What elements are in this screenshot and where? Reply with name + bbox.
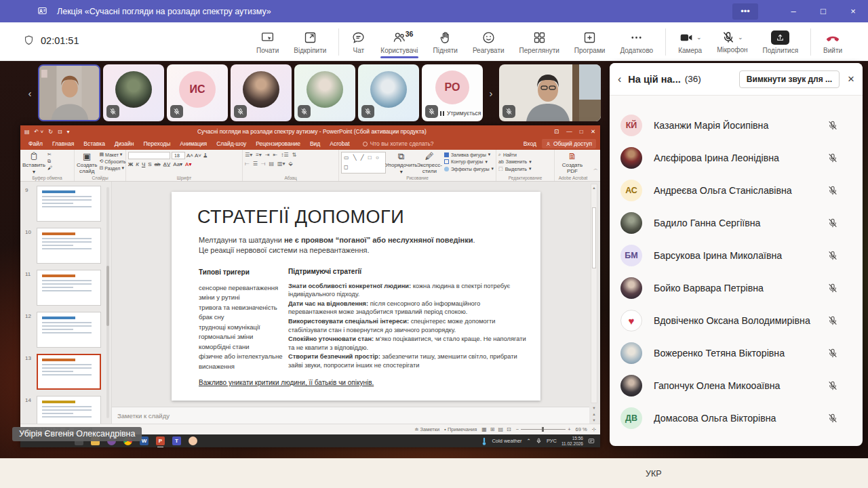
participant-mic-off-icon[interactable] [827,283,838,293]
person-app-icon[interactable] [189,436,197,445]
presenter-clock[interactable]: 15:5611.02.2026 [561,436,583,447]
layout-button[interactable]: ▤ Макет ▾ [99,152,125,157]
participant-mic-off-icon[interactable] [827,380,838,391]
strike-icon[interactable]: ab [155,161,161,167]
italic-icon[interactable]: К [136,161,139,167]
slideshow-icon[interactable]: ⊡ [58,129,62,135]
quick-styles-button[interactable]: 🖉︎Экспресс-стили [417,152,442,174]
participant-row[interactable]: Алєфірова Ірина Леонідівна [610,142,863,174]
arrange-button[interactable]: ⧉Упорядочить▾ [388,152,415,175]
slide-canvas[interactable]: СТРАТЕГІЇ ДОПОМОГИ Мелтдауни та шатдауни… [172,192,540,401]
video-tile-participant[interactable] [103,64,164,121]
participant-mic-off-icon[interactable] [827,218,838,228]
format-painter-icon[interactable]: 🖌︎ [47,165,52,170]
video-tile-participant[interactable] [294,64,355,121]
people-button[interactable]: 36 Користувачі [376,29,422,56]
participant-row[interactable]: Бойко Варвара Петрівна [610,272,863,304]
ppt-ribbon-tab[interactable]: Главная [47,138,79,150]
video-tile-participant[interactable]: ИС [167,64,228,121]
participant-row[interactable]: Вожеренко Тетяна Вікторівна [610,337,863,369]
back-icon[interactable]: ‹ [618,73,621,85]
slide-thumbnail[interactable]: 10 [20,228,111,264]
paste-button[interactable]: 📋︎Вставить▾ [22,152,45,175]
ppt-ribbon-tab[interactable]: Acrobat [325,138,354,150]
shape-outline-button[interactable]: Контур фигуры ▾ [444,159,494,165]
video-tile-speaker[interactable] [38,64,100,121]
copy-icon[interactable]: ⧉ [47,159,52,164]
find-button[interactable]: ⌕ Найти [498,152,532,157]
font-name-select[interactable] [128,152,170,159]
ppt-ribbon-tab[interactable]: Вставка [79,138,110,150]
outdent-icon[interactable]: ⇤ [273,152,278,158]
save-icon[interactable]: ▤ [24,129,30,135]
shape-fill-button[interactable]: Заливка фигуры ▾ [444,152,494,157]
next-slide-icon[interactable]: ▼ [592,418,595,422]
react-button[interactable]: Реагувати [469,29,509,56]
minimize-icon[interactable]: – [778,0,808,22]
powerpoint-icon[interactable]: P [156,436,165,445]
participant-mic-off-icon[interactable] [827,250,838,261]
indent-icon[interactable]: ⇥ [265,152,270,158]
bullets-icon[interactable]: ☰▾ [245,152,252,158]
font-color-icon[interactable]: А▾ [185,161,191,167]
font-size-select[interactable]: 18 [172,152,185,159]
clear-format-icon[interactable]: 🧹︎ [203,152,208,159]
camera-chevron-icon[interactable]: ⌄ [696,34,702,41]
view-button[interactable]: Переглянути [515,29,564,56]
editor-scrollbar[interactable]: ▲ [591,184,597,403]
justify-icon[interactable]: ▤ [269,161,274,167]
filmstrip-prev-icon[interactable]: ‹ [24,87,35,99]
grow-font-icon[interactable]: А˄ [186,152,193,159]
camera-button[interactable]: ⌄ Камера [674,29,706,56]
shrink-font-icon[interactable]: А˅ [195,152,201,159]
ppt-restore-icon[interactable]: □ [580,128,583,135]
undo-icon[interactable]: ↶ ˅ [35,129,44,135]
scroll-up-icon[interactable]: ▲ [592,186,595,190]
unpin-button[interactable]: Відкріпити [290,29,330,56]
quick-access-toolbar[interactable]: ▤ ↶ ˅ ↻ ⊡ ▾ [24,129,70,135]
notification-icon[interactable] [588,438,595,445]
section-button[interactable]: ⊟ Раздел ▾ [99,165,125,171]
teams-small-icon[interactable]: T [172,436,181,445]
cut-icon[interactable]: ✂ [47,152,52,157]
apps-button[interactable]: Програми [570,29,610,56]
collapse-ribbon-icon[interactable]: ︿ [593,165,598,172]
ppt-ribbon-tab[interactable]: Файл [24,138,47,150]
notes-toggle[interactable]: ≐ Заметки [414,426,439,432]
more-button[interactable]: Додатково [616,29,657,56]
participant-row[interactable]: Гапончук Олена Микооаївна [610,369,863,402]
numbering-icon[interactable]: ≡▾ [256,152,262,158]
video-tile-camera-on[interactable] [499,64,601,121]
ppt-ribbon-tab[interactable]: Вид [305,138,325,150]
participant-mic-off-icon[interactable] [827,185,838,196]
ppt-ribbon-tab[interactable]: Анимация [175,138,212,150]
align-right-icon[interactable]: ⟞ [261,161,266,167]
start-share-button[interactable]: Почати [252,29,283,56]
tray-expand-icon[interactable]: ⌃ [527,438,531,444]
tray-mic-icon[interactable] [536,438,542,444]
mute-all-button[interactable]: Вимкнути звук для ... [739,70,840,88]
replace-button[interactable]: ab Заменить ▾ [498,159,532,165]
customize-qat-icon[interactable]: ▾ [67,129,70,135]
language-indicator[interactable]: УКР [646,459,662,488]
signin-link[interactable]: Вход [524,140,536,147]
participant-row[interactable]: ♥ Вдовіченко Оксана Володимирівна [610,304,863,337]
slide-thumbnail[interactable]: 13 [20,354,111,390]
line-spacing-icon[interactable]: ↕☰ [281,152,288,158]
ppt-share-button[interactable]: Общий доступ [542,139,596,148]
ppt-ribbon-tab[interactable]: Дизайн [110,138,139,150]
shapes-gallery[interactable]: ▭ ╲ ╱ □ ○ ◻△ ▽ ◇ ⬠ ☆ ⌣ [341,152,386,174]
video-tile-onhold[interactable]: РО Утримується [422,64,483,121]
comments-toggle[interactable]: ▪ Примечания [444,426,477,432]
reset-button[interactable]: ⟲ Сбросить [99,159,125,164]
ppt-minimize-icon[interactable]: — [566,128,572,135]
reading-view-icon[interactable]: ▤ [498,426,504,432]
fit-slide-icon[interactable]: ⊹ [592,426,596,432]
participant-mic-off-icon[interactable] [827,315,838,326]
ppt-ribbon-tab[interactable]: Слайд-шоу [212,138,251,150]
participant-row[interactable]: АС Андреєва Ольга Станіславівна [610,174,863,207]
slide-thumbnail[interactable]: 12 [20,312,111,348]
select-button[interactable]: ⬚ Выделить ▾ [498,166,532,171]
panel-close-icon[interactable]: × [848,73,854,86]
ppt-ribbon-options-icon[interactable]: ⊡ [554,128,559,135]
